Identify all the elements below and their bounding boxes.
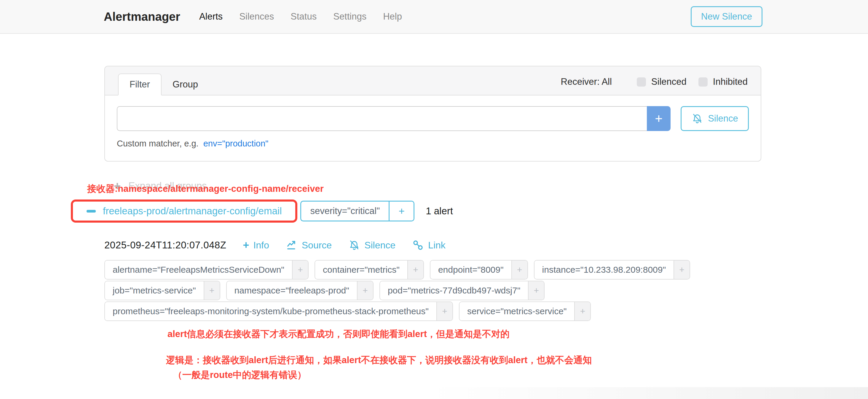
group-matcher-label[interactable]: severity="critical" <box>301 202 389 220</box>
label-tag-text: job="metrics-service" <box>105 281 204 300</box>
alert-count: 1 alert <box>426 206 453 217</box>
matcher-hint: Custom matcher, e.g. env="production" <box>117 139 749 149</box>
label-tag-text: service="metrics-service" <box>460 302 575 320</box>
filter-panel-body: + Silence Custom matcher, e.g. env="prod… <box>105 95 761 161</box>
tab-group[interactable]: Group <box>161 74 209 95</box>
alert-link-label: Link <box>428 240 445 251</box>
receiver-group-label: freeleaps-prod/alertmanager-config/email <box>103 206 282 217</box>
label-tag-text: alertname="FreeleapsMetricsServiceDown" <box>105 260 292 279</box>
filter-header-controls: Receiver: All Silenced Inhibited <box>561 76 748 87</box>
main-content: Filter Group Receiver: All Silenced Inhi… <box>104 66 761 381</box>
receiver-filter-label[interactable]: Receiver: All <box>561 76 612 87</box>
label-tag: pod="metrics-77d9cdb497-wdsj7" + <box>379 281 545 300</box>
matcher-input-group: + <box>117 106 671 131</box>
silenced-checkbox-label: Silenced <box>651 76 687 87</box>
receiver-group-row: freeleaps-prod/alertmanager-config/email… <box>104 200 761 223</box>
minus-icon <box>87 210 96 213</box>
matcher-hint-text: Custom matcher, e.g. <box>117 139 198 148</box>
bell-slash-icon <box>348 239 360 251</box>
annotation-route-note: （一般是route中的逻辑有错误） <box>173 369 761 381</box>
alert-timestamp: 2025-09-24T11:20:07.048Z <box>104 240 226 251</box>
inhibited-checkbox-label: Inhibited <box>713 76 748 87</box>
label-add-filter-button[interactable]: + <box>574 302 590 320</box>
alert-info-label: Info <box>253 240 269 251</box>
main-nav: Alerts Silences Status Settings Help <box>199 11 418 22</box>
label-row: job="metrics-service" + namespace="freel… <box>104 281 761 300</box>
alert-item: 2025-09-24T11:20:07.048Z + Info Source <box>104 239 761 340</box>
label-tag-text: prometheus="freeleaps-monitoring-system/… <box>105 302 436 320</box>
label-tag: container="metrics" + <box>314 260 424 280</box>
nav-item-status[interactable]: Status <box>290 11 317 22</box>
alert-source-label: Source <box>302 240 332 251</box>
matcher-hint-example-link[interactable]: env="production" <box>204 139 269 148</box>
filter-panel-header: Filter Group Receiver: All Silenced Inhi… <box>105 66 761 95</box>
annotation-receiver-note: 接收器:namespace/altermanager-config-name/r… <box>87 183 324 195</box>
group-matcher-chip: severity="critical" + <box>300 201 414 221</box>
label-add-filter-button[interactable]: + <box>436 302 453 320</box>
label-add-filter-button[interactable]: + <box>407 260 423 279</box>
label-add-filter-button[interactable]: + <box>674 260 689 279</box>
app-brand[interactable]: Alertmanager <box>104 10 180 23</box>
filter-panel: Filter Group Receiver: All Silenced Inhi… <box>104 66 761 161</box>
label-add-filter-button[interactable]: + <box>292 260 308 279</box>
label-tag-text: pod="metrics-77d9cdb497-wdsj7" <box>380 281 528 300</box>
bottom-shadow <box>423 387 868 399</box>
group-matcher-add-button[interactable]: + <box>389 202 413 220</box>
bell-slash-icon <box>691 113 703 124</box>
matcher-row: + Silence <box>117 106 749 131</box>
label-row: prometheus="freeleaps-monitoring-system/… <box>104 302 761 321</box>
inhibited-checkbox-wrap[interactable]: Inhibited <box>699 76 748 87</box>
silence-filter-label: Silence <box>708 113 738 124</box>
alert-info-link[interactable]: + Info <box>243 240 269 251</box>
label-tag-text: container="metrics" <box>315 260 407 279</box>
new-silence-button[interactable]: New Silence <box>691 6 763 27</box>
label-tag-text: instance="10.233.98.209:8009" <box>534 260 674 279</box>
tab-filter[interactable]: Filter <box>118 73 161 95</box>
alert-labels: alertname="FreeleapsMetricsServiceDown" … <box>104 260 761 321</box>
chart-icon <box>286 239 298 251</box>
label-add-filter-button[interactable]: + <box>204 281 220 300</box>
label-tag-text: namespace="freeleaps-prod" <box>227 281 357 300</box>
label-add-filter-button[interactable]: + <box>512 260 527 279</box>
label-tag: job="metrics-service" + <box>104 281 220 300</box>
annotation-alert-note: alert信息必须在接收器下才表示配置成功，否则即使能看到alert，但是通知是… <box>167 328 761 340</box>
nav-item-alerts[interactable]: Alerts <box>199 11 223 22</box>
inhibited-checkbox[interactable] <box>699 78 708 87</box>
silenced-checkbox-wrap[interactable]: Silenced <box>637 76 687 87</box>
alert-silence-label: Silence <box>364 240 396 251</box>
label-add-filter-button[interactable]: + <box>528 281 544 300</box>
annotation-logic-note: 逻辑是：接收器收到alert后进行通知，如果alert不在接收器下，说明接收器没… <box>166 354 761 366</box>
alert-link-link[interactable]: Link <box>412 239 445 251</box>
label-tag: namespace="freeleaps-prod" + <box>226 281 374 300</box>
receiver-group-toggle[interactable]: freeleaps-prod/alertmanager-config/email <box>73 202 295 220</box>
alert-header: 2025-09-24T11:20:07.048Z + Info Source <box>104 239 761 251</box>
alert-silence-link[interactable]: Silence <box>348 239 396 251</box>
label-tag: endpoint="8009" + <box>430 260 528 280</box>
nav-item-settings[interactable]: Settings <box>333 11 366 22</box>
label-tag-text: endpoint="8009" <box>430 260 512 279</box>
annotation-red-box: freeleaps-prod/alertmanager-config/email <box>71 200 297 223</box>
add-matcher-button[interactable]: + <box>647 106 671 131</box>
link-icon <box>412 239 424 251</box>
label-row: alertname="FreeleapsMetricsServiceDown" … <box>104 260 761 280</box>
plus-icon: + <box>243 240 249 250</box>
navbar: Alertmanager Alerts Silences Status Sett… <box>0 0 868 34</box>
label-add-filter-button[interactable]: + <box>357 281 373 300</box>
label-tag: prometheus="freeleaps-monitoring-system/… <box>104 302 453 321</box>
label-tag: instance="10.233.98.209:8009" + <box>534 260 690 280</box>
matcher-input[interactable] <box>117 106 647 131</box>
alert-source-link[interactable]: Source <box>286 239 332 251</box>
nav-item-help[interactable]: Help <box>383 11 402 22</box>
silence-filter-button[interactable]: Silence <box>681 106 749 131</box>
nav-item-silences[interactable]: Silences <box>239 11 274 22</box>
label-tag: service="metrics-service" + <box>459 302 591 321</box>
silenced-checkbox[interactable] <box>637 78 646 87</box>
label-tag: alertname="FreeleapsMetricsServiceDown" … <box>104 260 309 280</box>
